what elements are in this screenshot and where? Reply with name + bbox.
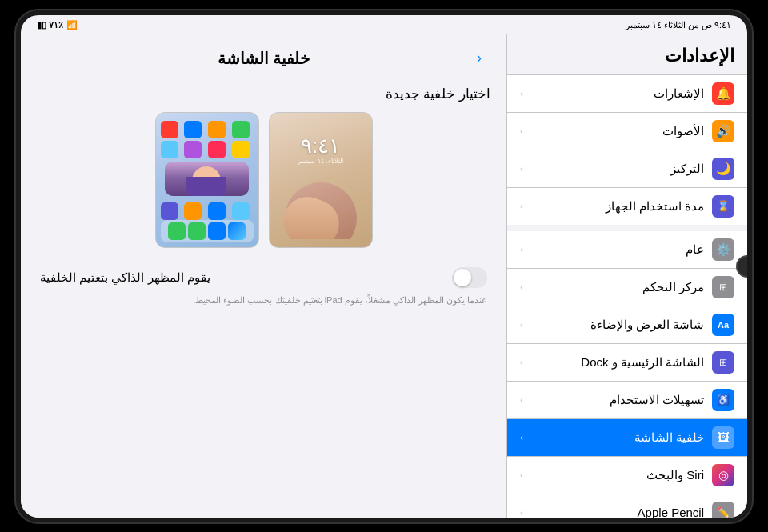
wallpaper-label: خلفية الشاشة [533,430,704,445]
home-icons-grid [161,121,254,158]
focus-label: التركيز [533,162,704,176]
chevron-icon: › [520,126,523,137]
photo-widget [165,162,248,196]
facetime-icon [168,222,186,240]
wifi-icon: 📶 [66,20,78,30]
applepencil-icon: ✏️ [712,502,734,518]
ls-date: الثلاثاء، ١٤ سبتمبر [298,158,342,165]
app-icon-10 [184,202,202,220]
siri-label: Siri والبحث [533,468,704,482]
status-datetime: ٩:٤١ ص من الثلاثاء ١٤ سبتمبر [626,20,731,30]
homescreen-icon: ⊞ [712,351,734,374]
general-label: عام [533,242,704,257]
section-label: اختيار خلفية جديدة [37,86,490,102]
screentime-icon: ⌛ [712,195,734,218]
settings-item-sounds[interactable]: 🔊 الأصوات › [507,113,747,150]
status-right: ٩:٤١ ص من الثلاثاء ١٤ سبتمبر [626,20,731,30]
accessibility-icon: ♿ [712,389,734,411]
app-icon-6 [184,141,202,158]
app-icon-2 [184,121,202,138]
settings-item-general[interactable]: ⚙️ عام › [507,231,747,269]
app-icon-12 [232,202,250,220]
focus-icon: 🌙 [712,158,734,180]
app-icon-3 [208,121,226,138]
settings-item-wallpaper[interactable]: 🖼 خلفية الشاشة › [507,419,747,457]
right-panel: الإعدادات 🔔 الإشعارات › 🔊 الأصوات › 🌙 ال… [507,34,747,518]
dock [161,220,254,242]
settings-item-siri[interactable]: ◎ Siri والبحث › [507,457,747,494]
settings-item-controlcenter[interactable]: ⊞ مركز التحكم › [507,269,747,306]
app-icon-8 [232,141,250,158]
panel-title: خلفية الشاشة [59,49,468,68]
toggle-label: يقوم المظهر الذاكي بتعتيم الخلفية [40,270,210,285]
accessibility-label: تسهيلات الاستخدام [533,393,704,407]
general-icon: ⚙️ [712,238,734,261]
app-icon-5 [161,141,178,158]
mute-button[interactable] [16,159,19,182]
chevron-icon: › [520,163,523,174]
settings-item-notifications[interactable]: 🔔 الإشعارات › [507,75,747,113]
volume-up-button[interactable] [16,79,19,111]
settings-section-2: ⚙️ عام › ⊞ مركز التحكم › Aa شاشة العرض و… [507,225,747,518]
sounds-icon: 🔊 [712,120,734,142]
home-icons-grid-2 [161,202,254,220]
homescreen-label: الشاشة الرئيسية و Dock [533,355,704,370]
settings-item-screentime[interactable]: ⌛ مدة استخدام الجهاز › [507,188,747,225]
display-label: شاشة العرض والإضاءة [533,318,704,332]
ls-top: ٩:٤١ الثلاثاء، ١٤ سبتمبر [298,121,342,165]
chevron-icon: › [520,357,523,368]
ipad-frame: ▮▯ ٧١٪ 📶 ٩:٤١ ص من الثلاثاء ١٤ سبتمبر ‹ … [16,10,752,522]
notifications-label: الإشعارات [533,86,704,101]
toggle-thumb [454,269,471,286]
chevron-icon: › [520,319,523,330]
chevron-icon: › [520,88,523,99]
homescreen-preview[interactable] [155,112,259,248]
settings-header: الإعدادات [507,34,747,75]
wallpaper-previews: ٩:٤١ الثلاثاء، ١٤ سبتمبر [37,112,490,248]
app-icon-4 [232,121,250,138]
screentime-label: مدة استخدام الجهاز [533,199,704,214]
settings-item-display[interactable]: Aa شاشة العرض والإضاءة › [507,306,747,344]
panel-header: ‹ خلفية الشاشة [37,47,490,70]
chevron-icon: › [520,507,523,518]
notifications-icon: 🔔 [712,82,734,105]
chevron-icon: › [520,282,523,293]
chevron-icon: › [520,244,523,255]
home-button[interactable] [736,255,752,278]
settings-item-focus[interactable]: 🌙 التركيز › [507,150,747,188]
smart-invert-toggle[interactable] [452,267,487,288]
status-left: ▮▯ ٧١٪ 📶 [37,20,78,30]
toggle-section: يقوم المظهر الذاكي بتعتيم الخلفية [37,267,490,288]
settings-item-applepencil[interactable]: ✏️ Apple Pencil › [507,494,747,518]
widget-photo [165,162,248,196]
chevron-icon: › [520,201,523,212]
main-content: ‹ خلفية الشاشة اختيار خلفية جديدة [21,34,747,518]
controlcenter-label: مركز التحكم [533,280,704,294]
app-icon-1 [161,121,178,138]
volume-down-button[interactable] [16,127,19,150]
chevron-icon: › [520,470,523,481]
back-button[interactable]: ‹ [468,47,490,70]
settings-item-homescreen[interactable]: ⊞ الشاشة الرئيسية و Dock › [507,344,747,382]
person-body [186,177,226,196]
settings-item-accessibility[interactable]: ♿ تسهيلات الاستخدام › [507,382,747,419]
ls-decoration [274,174,367,239]
lockscreen-preview[interactable]: ٩:٤١ الثلاثاء، ١٤ سبتمبر [269,112,373,248]
app-icon-11 [208,202,226,220]
siri-icon: ◎ [712,464,734,486]
display-icon: Aa [712,314,734,336]
sounds-label: الأصوات [533,124,704,138]
chevron-icon: › [520,394,523,406]
battery-indicator: ▮▯ ٧١٪ [37,20,63,30]
toggle-description: عندما يكون المظهر الذاكي مشغلاً، يقوم iP… [37,294,490,306]
status-bar: ▮▯ ٧١٪ 📶 ٩:٤١ ص من الثلاثاء ١٤ سبتمبر [21,15,747,34]
applepencil-label: Apple Pencil [533,506,704,518]
app-icon-7 [208,141,226,158]
controlcenter-icon: ⊞ [712,276,734,298]
left-panel: ‹ خلفية الشاشة اختيار خلفية جديدة [21,34,507,518]
mail-icon [208,222,226,240]
chevron-icon: › [520,432,523,443]
safari-icon [228,222,246,240]
settings-section-1: 🔔 الإشعارات › 🔊 الأصوات › 🌙 التركيز › ⌛ … [507,75,747,225]
wallpaper-icon: 🖼 [712,426,734,449]
